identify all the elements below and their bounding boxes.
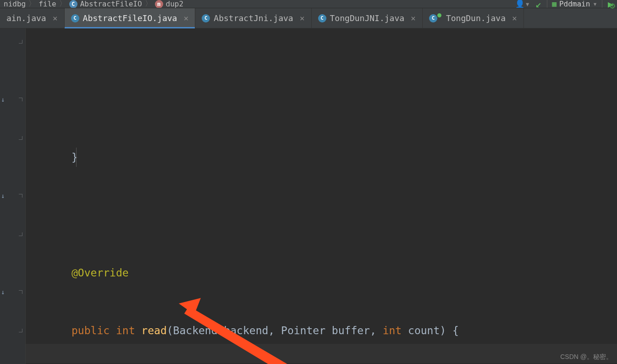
close-icon[interactable]: × [183, 13, 188, 23]
breadcrumb-sep: 〉 [59, 0, 66, 8]
class-icon: C [69, 0, 77, 8]
tab-tongdun[interactable]: C TongDun.java × [423, 8, 524, 28]
class-file-icon: C [202, 14, 210, 22]
vcs-update-icon[interactable]: ↙ [535, 0, 541, 8]
code-editor[interactable]: ↓ ↓ ↓ } @Override public int read(Backen… [0, 28, 617, 364]
breadcrumb-item[interactable]: dup2 [166, 0, 184, 8]
top-toolbar: nidbg 〉 file 〉 C AbstractFileIO 〉 m dup2… [0, 0, 617, 8]
tab-ain[interactable]: ain.java × [0, 8, 65, 28]
tab-label: AbstractJni.java [214, 13, 293, 23]
code-line: @Override [26, 263, 617, 282]
close-icon[interactable]: × [512, 13, 517, 23]
code-line: public int read(Backend backend, Pointer… [26, 321, 617, 340]
fold-handle-icon[interactable] [19, 98, 22, 101]
method-icon: m [155, 0, 163, 8]
tab-label: TongDunJNI.java [330, 13, 405, 23]
fold-handle-icon[interactable] [19, 40, 22, 44]
tab-label: TongDun.java [446, 13, 506, 23]
tab-abstractjni[interactable]: C AbstractJni.java × [195, 8, 311, 28]
editor-gutter[interactable]: ↓ ↓ ↓ [0, 28, 26, 364]
breadcrumb-item[interactable]: nidbg [4, 0, 26, 8]
fold-handle-icon[interactable] [19, 290, 22, 294]
code-area[interactable]: } @Override public int read(Backend back… [26, 28, 617, 364]
fold-handle-icon[interactable] [19, 136, 22, 140]
run-config-label: Pddmain [559, 0, 590, 8]
class-file-icon: C [318, 14, 326, 22]
fold-handle-icon[interactable] [19, 194, 22, 198]
user-icon[interactable]: 👤▾ [515, 0, 530, 8]
override-gutter-icon[interactable]: ↓ [1, 192, 5, 199]
close-icon[interactable]: × [53, 13, 58, 23]
tab-abstractfileio[interactable]: C AbstractFileIO.java × [65, 8, 196, 28]
code-line [26, 205, 617, 225]
editor-tab-bar: ain.java × C AbstractFileIO.java × C Abs… [0, 8, 617, 28]
debug-icon[interactable]: ⚙ [610, 0, 615, 8]
breadcrumb[interactable]: nidbg 〉 file 〉 C AbstractFileIO 〉 m dup2 [4, 0, 183, 8]
watermark-text: CSDN @。秘密。 [560, 353, 612, 361]
breadcrumb-item[interactable]: AbstractFileIO [80, 0, 142, 8]
tab-tongdunjni[interactable]: C TongDunJNI.java × [312, 8, 423, 28]
run-configuration-selector[interactable]: ▦ Pddmain ▾ [547, 0, 602, 8]
runnable-indicator-icon [436, 12, 442, 18]
run-icon: ▦ [552, 0, 556, 8]
chevron-down-icon: ▾ [593, 0, 597, 8]
tab-label: ain.java [6, 13, 46, 23]
code-line: } [26, 148, 617, 167]
override-gutter-icon[interactable]: ↓ [1, 288, 5, 296]
breadcrumb-sep: 〉 [145, 0, 152, 8]
breadcrumb-item[interactable]: file [39, 0, 56, 8]
override-gutter-icon[interactable]: ↓ [1, 96, 5, 103]
breadcrumb-sep: 〉 [28, 0, 36, 8]
fold-handle-icon[interactable] [19, 232, 22, 236]
close-icon[interactable]: × [411, 13, 416, 23]
close-icon[interactable]: × [300, 13, 305, 23]
fold-handle-icon[interactable] [19, 329, 22, 332]
tab-label: AbstractFileIO.java [83, 13, 177, 23]
class-file-icon: C [71, 14, 79, 22]
